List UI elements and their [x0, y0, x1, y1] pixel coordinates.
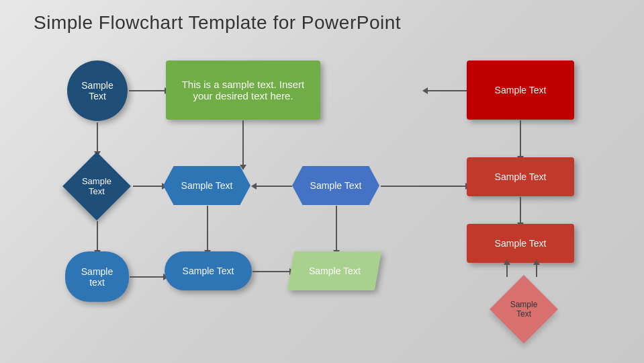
parallelogram-shape: Sample Text	[287, 251, 381, 290]
arrow-circle-to-green	[129, 90, 166, 91]
arrow-oval-to-roundedrect	[130, 276, 165, 278]
diamond1-wrap: Sample Text	[63, 153, 130, 220]
arrow-green-to-hexright	[242, 120, 244, 166]
pink-diamond-wrap: Sample Text	[490, 276, 557, 343]
oval-shape: Sample text	[65, 251, 129, 302]
red-bottom-shape: Sample Text	[467, 224, 574, 263]
arrow-hexright-to-hexleft	[255, 186, 292, 187]
arrow-diamond-to-oval	[97, 221, 98, 251]
green-rect-shape: This is a sample text. Insert your desir…	[166, 61, 320, 120]
arrow-circle-to-diamond	[97, 122, 98, 153]
hexagon-right-shape: Sample Text	[292, 166, 379, 205]
page-title: Simple Flowchart Template for PowerPoint	[34, 12, 401, 34]
arrow-pink-to-redbottom-left	[506, 264, 508, 277]
arrow-pink-to-redbottom-right	[536, 264, 537, 277]
arrow-hexright-to-redmid	[381, 186, 467, 187]
hexagon-left-shape: Sample Text	[163, 166, 250, 205]
red-top-shape: Sample Text	[467, 61, 574, 120]
arrow-hexleft-to-roundedrect	[207, 206, 208, 251]
circle-shape: Sample Text	[67, 61, 128, 121]
arrow-diamond-to-hexleft	[133, 186, 163, 187]
arrow-red-to-green	[426, 90, 467, 91]
arrow-redmid-to-redbottom	[520, 197, 521, 224]
arrow-redtop-to-redmid	[520, 120, 521, 157]
rounded-rect-shape: Sample Text	[165, 251, 252, 290]
red-mid-shape: Sample Text	[467, 157, 574, 196]
arrow-hexright-to-para	[336, 206, 337, 251]
arrow-roundedrect-to-para	[252, 271, 291, 272]
